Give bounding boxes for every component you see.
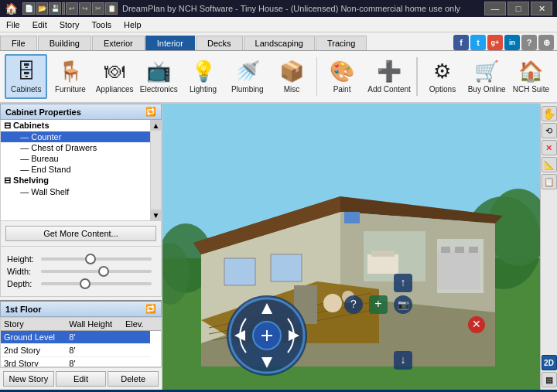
floor-row-2nd[interactable]: 2nd Story 8' [1, 344, 161, 357]
tool-nch-suite-label: NCH Suite [513, 85, 549, 94]
minimize-button[interactable]: — [484, 2, 506, 15]
tool-buy-online[interactable]: 🛒 Buy Online [466, 54, 508, 99]
tree-end-stand[interactable]: — End Stand [1, 164, 150, 175]
tool-misc-label: Misc [284, 85, 300, 94]
tool-options[interactable]: ⚙ Options [421, 54, 463, 99]
height-thumb[interactable] [85, 254, 96, 264]
menu-file[interactable]: File [0, 19, 26, 31]
svg-rect-20 [367, 254, 398, 274]
tab-file[interactable]: File [0, 36, 37, 50]
tab-landscaping[interactable]: Landscaping [244, 36, 315, 50]
tree-cabinets-group[interactable]: ⊟ Cabinets [1, 120, 150, 131]
measure-button[interactable]: 📐 [542, 157, 557, 172]
3d-viewport[interactable]: ? + 📷 ✕ ↑ ↓ ✋ ⟲ ✕ 📐 📋 2D ▦ [162, 104, 557, 390]
svg-text:📷: 📷 [398, 298, 409, 310]
floor-row-ground[interactable]: Ground Level 8' [1, 331, 161, 344]
col-scroll [150, 318, 161, 331]
tool-nch-suite[interactable]: 🏠 NCH Suite [510, 54, 552, 99]
tool-options-label: Options [429, 85, 456, 94]
close-button[interactable]: ✕ [531, 2, 552, 15]
cabinet-properties-header: Cabinet Properties 🔁 [0, 104, 162, 120]
tab-interior[interactable]: Interior [145, 36, 195, 50]
cabinet-tree[interactable]: ⊟ Cabinets — Counter — Chest of Drawers … [1, 120, 150, 220]
separator [62, 2, 65, 15]
menu-tools[interactable]: Tools [85, 19, 118, 31]
col-wall-height: Wall Height [66, 318, 122, 331]
floor-buttons: New Story Edit Delete [0, 367, 162, 390]
get-more-content-button[interactable]: Get More Content... [5, 226, 156, 241]
new-icon[interactable]: 📄 [22, 2, 35, 15]
floor-collapse-icon[interactable]: 🔁 [145, 304, 156, 314]
save-icon[interactable]: 💾 [49, 2, 61, 15]
tool-plumbing[interactable]: 🚿 Plumbing [226, 54, 268, 99]
twitter-icon[interactable]: t [470, 35, 486, 50]
svg-rect-17 [224, 258, 255, 285]
svg-point-26 [323, 294, 342, 312]
menu-story[interactable]: Story [53, 19, 86, 31]
depth-thumb[interactable] [80, 278, 91, 289]
tab-exterior[interactable]: Exterior [92, 36, 145, 50]
tool-misc[interactable]: 📦 Misc [270, 54, 313, 99]
svg-rect-28 [344, 212, 360, 223]
tool-cabinets[interactable]: 🗄 Cabinets [5, 54, 47, 99]
cut-icon[interactable]: ✂ [92, 2, 104, 15]
facebook-icon[interactable]: f [453, 35, 469, 50]
delete-story-button[interactable]: Delete [108, 371, 159, 387]
collapse-icon[interactable]: 🔁 [145, 107, 156, 117]
tree-shelving-group[interactable]: ⊟ Shelving [1, 175, 150, 186]
help-icon[interactable]: ? [521, 35, 537, 50]
tab-tracing[interactable]: Tracing [316, 36, 367, 50]
lighting-icon: 💡 [191, 60, 216, 84]
2d-view-button[interactable]: 2D [542, 355, 557, 370]
scroll-up-arrow[interactable]: ▲ [151, 120, 161, 131]
maximize-button[interactable]: □ [507, 2, 529, 15]
delete-view-button[interactable]: ✕ [542, 140, 557, 155]
sliders-panel: Height: Width: Depth: [0, 247, 162, 297]
copy-view-button[interactable]: 📋 [542, 174, 557, 189]
tool-paint[interactable]: 🎨 Paint [320, 54, 363, 99]
tree-bureau[interactable]: — Bureau [1, 153, 150, 164]
tool-add-content[interactable]: ➕ Add Content [365, 54, 414, 99]
tab-building[interactable]: Building [38, 36, 91, 50]
tree-counter[interactable]: — Counter [1, 131, 150, 142]
open-icon[interactable]: 📂 [36, 2, 48, 15]
cabinets-icon: 🗄 [16, 60, 36, 84]
tree-wall-shelf[interactable]: — Wall Shelf [1, 186, 150, 197]
edit-story-button[interactable]: Edit [56, 371, 107, 387]
tool-cabinets-label: Cabinets [11, 85, 41, 94]
google-icon[interactable]: g+ [487, 35, 503, 50]
new-story-button[interactable]: New Story [3, 371, 54, 387]
tree-scrollbar[interactable]: ▲ ▼ [150, 120, 161, 220]
menu-help[interactable]: Help [118, 19, 148, 31]
floor-wallh-3rd: 8' [66, 357, 122, 368]
tab-decks[interactable]: Decks [196, 36, 243, 50]
svg-rect-21 [371, 251, 395, 257]
depth-track [41, 282, 152, 285]
copy-icon[interactable]: 📋 [105, 2, 118, 15]
menu-edit[interactable]: Edit [26, 19, 53, 31]
linkedin-icon[interactable]: in [504, 35, 520, 50]
scroll-down-arrow[interactable]: ▼ [151, 210, 161, 220]
floor-table-wrap: Story Wall Height Elev. Ground Level 8' [0, 317, 162, 367]
floor-row-3rd[interactable]: 3rd Story 8' [1, 357, 161, 368]
tool-appliances[interactable]: 🍽 Appliances [94, 54, 136, 99]
svg-rect-24 [455, 247, 464, 253]
tool-lighting[interactable]: 💡 Lighting [182, 54, 224, 99]
titlebar-icon-group: 📄 📂 💾 ↩ ↪ ✂ 📋 [22, 2, 118, 15]
tool-electronics-label: Electronics [140, 85, 178, 94]
account-icon[interactable]: ⊕ [538, 35, 554, 50]
grid-view-button[interactable]: ▦ [542, 372, 557, 387]
toolbar-divider-1 [316, 57, 318, 96]
tool-furniture[interactable]: 🪑 Furniture [49, 54, 91, 99]
tool-electronics[interactable]: 📺 Electronics [138, 54, 180, 99]
tree-chest-of-drawers[interactable]: — Chest of Drawers [1, 142, 150, 153]
hand-tool-button[interactable]: ✋ [542, 106, 557, 121]
depth-label: Depth: [7, 279, 38, 288]
toolbar: 🗄 Cabinets 🪑 Furniture 🍽 Appliances 📺 El… [0, 51, 557, 104]
width-thumb[interactable] [98, 266, 109, 277]
redo-icon[interactable]: ↪ [79, 2, 91, 15]
svg-rect-23 [441, 247, 450, 253]
floor-panel: 1st Floor 🔁 Story Wall Height Elev. [0, 300, 162, 390]
rotate-view-button[interactable]: ⟲ [542, 123, 557, 138]
undo-icon[interactable]: ↩ [66, 2, 78, 15]
